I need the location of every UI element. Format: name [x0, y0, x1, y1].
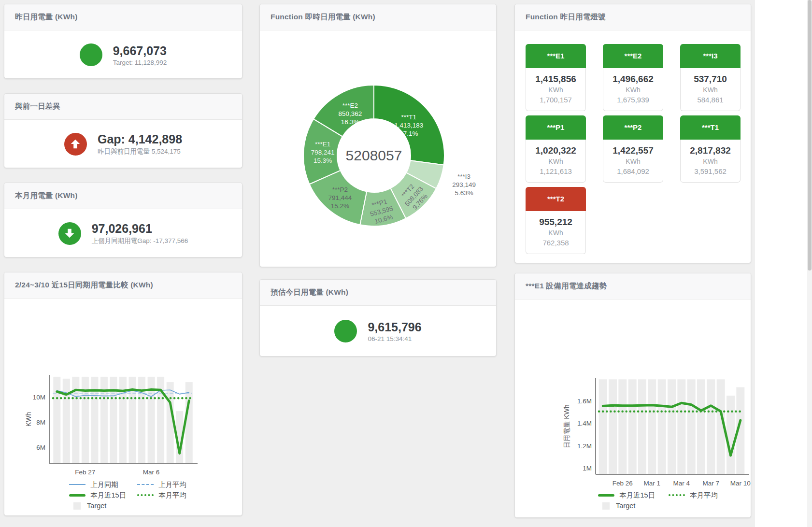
dashboard: 昨日用電量 (KWh) 9,667,073 Target: 11,128,992…: [0, 0, 755, 527]
svg-text:日用電量 KWh: 日用電量 KWh: [563, 404, 570, 448]
card-header: 預估今日用電量 (KWh): [260, 280, 496, 306]
green-line-icon: [69, 494, 85, 497]
device-target: 1,700,157: [527, 95, 584, 105]
device-target: 1,121,613: [527, 166, 584, 176]
device-tile-header: ***T2: [526, 187, 586, 211]
device-tile-i3[interactable]: ***I3 537,710 KWh 584,861: [680, 44, 741, 111]
legend-target[interactable]: Target: [69, 502, 137, 510]
device-value: 1,422,557: [604, 144, 662, 157]
device-tile-header: ***T1: [680, 115, 741, 140]
device-value: 1,415,856: [527, 73, 584, 85]
svg-text:1M: 1M: [583, 465, 592, 472]
svg-text:Mar 7: Mar 7: [703, 480, 720, 487]
device-tile-e2[interactable]: ***E2 1,496,662 KWh 1,675,939: [603, 44, 663, 111]
svg-text:8M: 8M: [36, 419, 45, 426]
card-title: Function 昨日用電燈號: [526, 12, 606, 22]
svg-text:6M: 6M: [36, 444, 45, 451]
svg-text:1.6M: 1.6M: [577, 398, 592, 405]
card-header: Function 即時日用電量 (KWh): [260, 4, 496, 30]
realtime-usage-donut-chart[interactable]: ***T11,413,18327.1%***I3293,1495.63%***T…: [260, 30, 497, 267]
svg-text:Feb 27: Feb 27: [75, 469, 95, 476]
vertical-scrollbar[interactable]: [807, 0, 812, 527]
svg-text:Feb 26: Feb 26: [613, 480, 633, 487]
svg-text:Mar 4: Mar 4: [673, 480, 690, 487]
device-tile-p1[interactable]: ***P1 1,020,322 KWh 1,121,613: [526, 115, 586, 183]
kpi-value: 97,026,961: [92, 221, 188, 236]
legend-this-month-avg[interactable]: 本月平均: [669, 491, 718, 500]
card-title: 與前一日差異: [15, 101, 60, 112]
svg-text:10M: 10M: [33, 394, 45, 401]
device-tile-t2[interactable]: ***T2 955,212 KWh 762,358: [526, 187, 586, 254]
right-gutter: [755, 0, 812, 527]
svg-text:***I3293,1495.63%: ***I3293,1495.63%: [452, 173, 476, 197]
device-target: 3,591,562: [682, 166, 739, 176]
target-swatch-icon: [73, 502, 81, 510]
legend-prev-month-series[interactable]: 上月同期: [69, 480, 137, 489]
device-unit: KWh: [604, 85, 662, 95]
device-target: 762,358: [527, 238, 584, 248]
kpi-value: Gap: 4,142,898: [98, 132, 182, 146]
legend-this-month-avg[interactable]: 本月平均: [137, 491, 186, 500]
svg-text:5208057: 5208057: [346, 147, 402, 163]
device-tile-p2[interactable]: ***P2 1,422,557 KWh 1,684,092: [603, 115, 663, 183]
device-unit: KWh: [682, 85, 739, 95]
device-unit: KWh: [527, 157, 584, 166]
blue-dashed-line-icon: [137, 484, 154, 485]
kpi-subtitle: 昨日與前日用電量 5,524,175: [98, 147, 182, 156]
e1-trend-line-chart[interactable]: 1M1.2M1.4M1.6MFeb 26Mar 1Mar 4Mar 7Mar 1…: [515, 299, 751, 489]
card-yesterday-usage: 昨日用電量 (KWh) 9,667,073 Target: 11,128,992: [4, 4, 242, 79]
device-target: 1,684,092: [604, 166, 662, 176]
device-tile-header: ***I3: [680, 44, 741, 68]
legend-this-month-series[interactable]: 本月近15日: [69, 491, 137, 500]
card-gap-previous-day: 與前一日差異 Gap: 4,142,898 昨日與前日用電量 5,524,175: [4, 93, 242, 168]
status-circle-icon: [334, 320, 357, 342]
card-compare-chart: 2/24~3/10 近15日同期用電量比較 (KWh) 6M8M10MFeb 2…: [4, 272, 242, 516]
card-title: 預估今日用電量 (KWh): [271, 287, 348, 298]
column-middle: Function 即時日用電量 (KWh) ***T11,413,18327.1…: [259, 4, 497, 371]
compare-line-chart[interactable]: 6M8M10MFeb 27Mar 6KWh: [4, 299, 242, 478]
arrow-down-icon: [58, 222, 81, 245]
device-value: 537,710: [682, 73, 739, 85]
green-dotted-line-icon: [669, 494, 685, 496]
device-value: 955,212: [527, 216, 584, 228]
device-tile-header: ***E2: [603, 44, 663, 68]
column-left: 昨日用電量 (KWh) 9,667,073 Target: 11,128,992…: [4, 4, 242, 516]
card-realtime-donut: Function 即時日用電量 (KWh) ***T11,413,18327.1…: [259, 4, 497, 267]
blue-line-icon: [69, 484, 85, 485]
device-tile-header: ***P1: [526, 115, 586, 140]
column-right: Function 昨日用電燈號 ***E1 1,415,856 KWh 1,70…: [514, 4, 751, 518]
card-header: ***E1 設備用電達成趨勢: [515, 273, 751, 299]
trend-legend: 本月近15日 本月平均 Target: [598, 490, 751, 511]
card-title: 本月用電量 (KWh): [15, 191, 78, 201]
kpi-timestamp: 06-21 15:34:41: [368, 335, 421, 342]
svg-text:1.4M: 1.4M: [577, 420, 592, 427]
device-tile-grid: ***E1 1,415,856 KWh 1,700,157 ***E2 1,49…: [515, 30, 751, 254]
scrollbar-thumb[interactable]: [808, 0, 812, 271]
device-unit: KWh: [604, 157, 662, 166]
svg-text:Mar 10: Mar 10: [730, 480, 751, 487]
card-header: 與前一日差異: [4, 94, 242, 120]
green-line-icon: [598, 494, 614, 497]
device-tile-e1[interactable]: ***E1 1,415,856 KWh 1,700,157: [526, 44, 586, 111]
device-unit: KWh: [527, 85, 584, 95]
legend-this-month-series[interactable]: 本月近15日: [598, 491, 669, 500]
legend-prev-month-avg[interactable]: 上月平均: [137, 480, 186, 489]
kpi-subtitle: Target: 11,128,992: [113, 59, 167, 66]
card-title: Function 即時日用電量 (KWh): [271, 12, 375, 22]
card-title: ***E1 設備用電達成趨勢: [526, 281, 607, 291]
green-dotted-line-icon: [137, 494, 154, 496]
svg-text:Mar 6: Mar 6: [143, 469, 160, 476]
card-header: 本月用電量 (KWh): [4, 183, 242, 209]
legend-target[interactable]: Target: [598, 502, 669, 510]
compare-legend: 上月同期 上月平均 本月近15日 本月平均 Target: [69, 479, 242, 511]
card-header: 昨日用電量 (KWh): [4, 4, 242, 30]
device-tile-t1[interactable]: ***T1 2,817,832 KWh 3,591,562: [680, 115, 741, 183]
card-header: Function 昨日用電燈號: [515, 4, 751, 30]
card-header: 2/24~3/10 近15日同期用電量比較 (KWh): [4, 272, 242, 299]
device-unit: KWh: [527, 228, 584, 238]
svg-text:KWh: KWh: [25, 412, 32, 427]
card-title: 2/24~3/10 近15日同期用電量比較 (KWh): [15, 280, 153, 290]
card-month-usage: 本月用電量 (KWh) 97,026,961 上個月同期用電Gap: -17,3…: [4, 183, 242, 257]
device-target: 1,675,939: [604, 95, 662, 105]
device-unit: KWh: [682, 157, 739, 166]
